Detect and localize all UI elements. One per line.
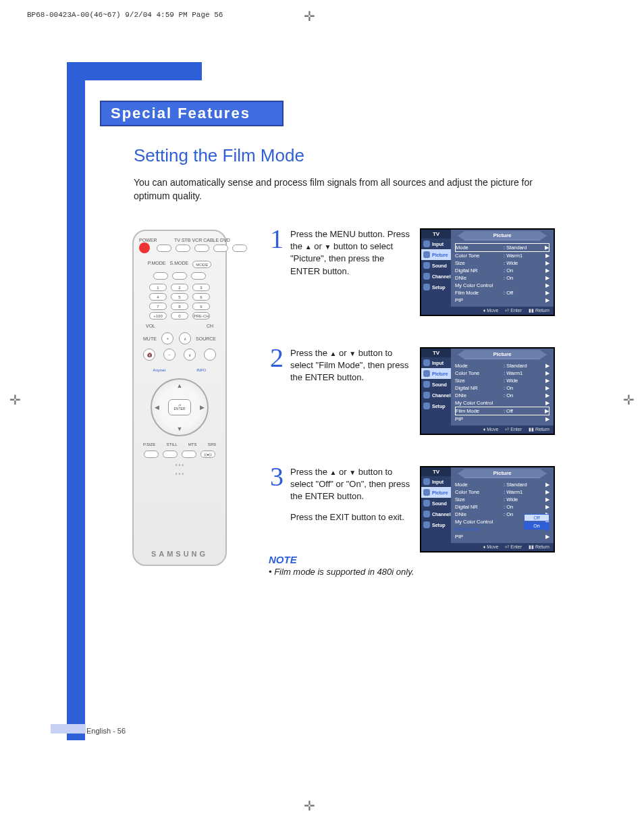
remote-button bbox=[182, 451, 196, 458]
power-icon bbox=[139, 242, 150, 253]
osd-side-menu-item: Setup bbox=[421, 519, 451, 530]
remote-device-button bbox=[194, 245, 209, 252]
down-triangle-icon: ▼ bbox=[324, 243, 331, 251]
osd-setting-key: PIP bbox=[455, 416, 504, 422]
step-text: Press the ▲ or ▼ button to select "Film … bbox=[290, 347, 413, 435]
osd-setting-row: PIP▶ bbox=[455, 533, 549, 540]
triangle-right-icon: ▶ bbox=[544, 482, 549, 488]
remote-mode-button: MODE bbox=[192, 261, 211, 268]
osd-footer: ♦ Move⏎ Enter▮▮ Return bbox=[421, 307, 554, 315]
osd-setting-key: DNIe bbox=[455, 392, 504, 399]
osd-menu-icon bbox=[423, 521, 430, 528]
osd-side-menu-label: Picture bbox=[432, 490, 448, 495]
remote-num-button: 2 bbox=[171, 284, 188, 291]
osd-menu-icon bbox=[423, 511, 430, 517]
osd-side-menu-label: Sound bbox=[432, 501, 447, 506]
osd-setting-value: : Warm1 bbox=[504, 370, 544, 376]
remote-num-button: 8 bbox=[171, 303, 188, 310]
osd-setting-row: Digital NR: On▶ bbox=[455, 384, 549, 392]
osd-setting-key: My Color Control bbox=[455, 519, 504, 525]
up-triangle-icon: ▲ bbox=[330, 469, 337, 476]
osd-setting-key: Color Tone bbox=[455, 370, 504, 376]
triangle-right-icon: ▶ bbox=[543, 245, 549, 251]
osd-menu-icon bbox=[423, 262, 430, 269]
triangle-right-icon: ▶ bbox=[544, 504, 549, 510]
osd-setting-key: Mode bbox=[455, 482, 504, 488]
osd-setting-row: Mode: Standard▶ bbox=[455, 362, 549, 369]
osd-side-menu-label: Picture bbox=[432, 253, 448, 257]
remote-num-button: 0 bbox=[171, 312, 188, 319]
osd-setting-row: PIP▶ bbox=[455, 415, 549, 423]
osd-side-menu-label: Input bbox=[432, 361, 444, 365]
osd-footer-hint: ⏎ Enter bbox=[505, 544, 522, 550]
osd-setting-key: Color Tone bbox=[455, 489, 504, 495]
osd-setting-key: Digital NR bbox=[455, 504, 504, 510]
osd-side-menu-item: Setup bbox=[421, 401, 451, 411]
osd-setting-value: : Wide bbox=[504, 260, 544, 266]
triangle-right-icon: ▶ bbox=[544, 260, 549, 266]
osd-screenshot: TVInputPictureSoundChannelSetupPictureMo… bbox=[420, 347, 555, 435]
remote-device-button bbox=[176, 245, 190, 252]
osd-side-menu-item: Picture bbox=[421, 487, 451, 498]
page-sidebar-rule bbox=[67, 0, 85, 822]
osd-menu-icon bbox=[423, 489, 430, 496]
remote-vol-down-button: − bbox=[163, 349, 176, 361]
remote-anynet-label: Anynet bbox=[153, 368, 165, 372]
osd-side-menu-label: Setup bbox=[432, 523, 445, 528]
step-text: Press the ▲ or ▼ button to select "Off" … bbox=[290, 466, 413, 553]
remote-device-button bbox=[232, 245, 247, 252]
osd-setting-value: : On bbox=[504, 392, 544, 399]
osd-setting-key: Size bbox=[455, 378, 504, 384]
remote-ch-down-button: ∨ bbox=[184, 349, 196, 361]
osd-side-menu-item: Input bbox=[421, 357, 451, 368]
osd-side-menu-item: Setup bbox=[421, 282, 451, 292]
remote-button bbox=[172, 272, 187, 280]
osd-setting-row: Size: Wide▶ bbox=[455, 496, 549, 503]
remote-numpad: 123456789+1000PRE-CH bbox=[149, 282, 210, 322]
osd-side-menu-label: Channel bbox=[432, 274, 451, 279]
osd-setting-row: Color Tone: Warm1▶ bbox=[455, 252, 549, 259]
remote-dpad: ▲ ▼ ◀ ▶ ⏎ ENTER bbox=[151, 378, 209, 436]
triangle-right-icon: ▶ bbox=[544, 489, 549, 495]
osd-setting-key: Film Mode bbox=[455, 290, 504, 296]
right-arrow-icon: ▶ bbox=[200, 404, 205, 411]
osd-setting-row: Digital NR: On▶ bbox=[455, 267, 549, 274]
osd-footer-hint: ⏎ Enter bbox=[505, 427, 522, 432]
osd-setting-value: : Wide bbox=[504, 496, 544, 503]
osd-setting-value: : On bbox=[504, 504, 544, 510]
remote-num-button: +100 bbox=[149, 312, 167, 319]
osd-setting-row: Mode: Standard▶ bbox=[455, 243, 549, 252]
remote-still-label: STILL bbox=[166, 442, 177, 446]
osd-setting-row: My Color Control▶ bbox=[455, 282, 549, 289]
osd-side-menu-label: Channel bbox=[432, 512, 451, 517]
note-block: NOTE • Film mode is supported in 480i on… bbox=[269, 554, 552, 577]
osd-side-menu-item: Sound bbox=[421, 260, 451, 271]
osd-footer: ♦ Move⏎ Enter▮▮ Return bbox=[421, 543, 554, 551]
remote-device-button bbox=[213, 245, 228, 252]
osd-setting-value: : Off bbox=[504, 290, 544, 296]
osd-setting-row: Size: Wide▶ bbox=[455, 377, 549, 384]
osd-footer-hint: ♦ Move bbox=[483, 308, 499, 313]
osd-setting-key: Film Mode bbox=[456, 408, 504, 414]
osd-option-popup: OffOn bbox=[524, 513, 549, 530]
remote-num-button: 6 bbox=[192, 293, 210, 301]
osd-setting-value: : Standard bbox=[504, 363, 544, 369]
osd-side-menu-label: Input bbox=[432, 242, 444, 247]
note-bullet: • Film mode is supported in 480i only. bbox=[269, 567, 552, 577]
osd-side-menu-label: Sound bbox=[432, 382, 447, 387]
up-arrow-icon: ▲ bbox=[177, 382, 183, 389]
osd-side-menu-item: Channel bbox=[421, 271, 451, 282]
remote-enter-button: ⏎ ENTER bbox=[168, 399, 191, 415]
osd-setting-row: DNIe: On▶ bbox=[455, 274, 549, 282]
osd-setting-value: : Warm1 bbox=[504, 253, 544, 259]
remote-num-button: 4 bbox=[149, 293, 167, 301]
osd-setting-row: Film Mode: Off▶ bbox=[455, 407, 549, 415]
osd-tv-label: TV bbox=[421, 467, 451, 476]
osd-side-menu-item: Picture bbox=[421, 368, 451, 379]
down-arrow-icon: ▼ bbox=[177, 426, 183, 432]
triangle-right-icon: ▶ bbox=[544, 267, 549, 274]
osd-setting-key: Size bbox=[455, 260, 504, 266]
osd-setting-key: Mode bbox=[456, 245, 504, 251]
osd-menu-icon bbox=[423, 500, 430, 507]
note-heading: NOTE bbox=[269, 554, 552, 565]
